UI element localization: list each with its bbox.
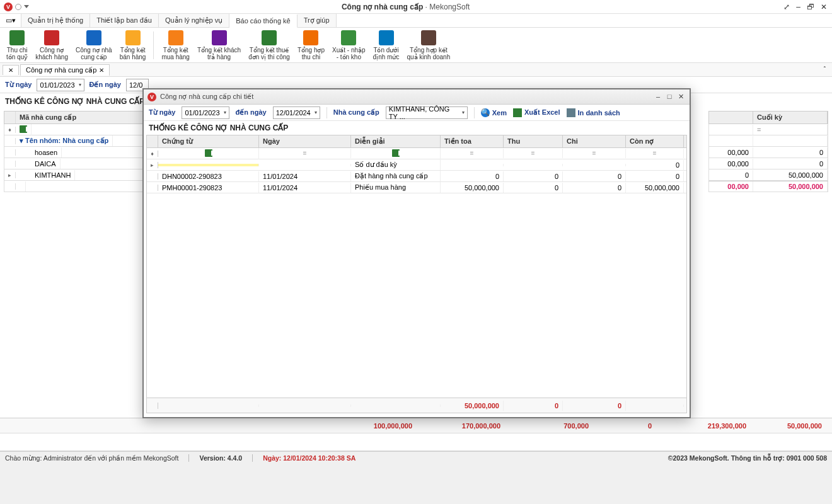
col-tientoa[interactable]: Tiền toa [441, 135, 504, 147]
table-row[interactable]: ▸ Số dư đầu kỳ 0 [147, 159, 686, 171]
app-icon: V [147, 93, 156, 101]
ribbon-icon [379, 30, 394, 45]
supplier-row[interactable]: hoasen [16, 147, 62, 158]
ribbon: Thu chitồn quỹCông nợkhách hàngCông nợ n… [0, 28, 832, 63]
menu-tab-1[interactable]: Thiết lập ban đầu [90, 14, 159, 27]
fullscreen-icon[interactable]: ⤢ [782, 3, 791, 11]
status-date: Ngày: 12/01/2024 10:20:38 SA [263, 454, 355, 462]
dialog-title-text: Công nợ nhà cung cấp chi tiết [160, 93, 253, 101]
ribbon-tổng-hợp[interactable]: Tổng hợpthu chi [295, 30, 327, 60]
dialog-grid: Chứng từ Ngày Diễn giải Tiền toa Thu Chi… [146, 135, 687, 413]
ribbon-tồn-dưới[interactable]: Tồn dướiđịnh mức [371, 30, 402, 60]
status-copyright: ©2023 MekongSoft. Thông tin hỗ trợ: 0901… [668, 454, 827, 462]
ribbon-icon [9, 30, 25, 45]
statusbar: Chào mừng: Administrator đến với phần mề… [0, 451, 832, 464]
ribbon-icon [44, 30, 59, 45]
collapse-icon[interactable]: ˆ [824, 66, 829, 73]
dialog-close-icon[interactable]: ✕ [676, 93, 686, 101]
dialog-subtitle: THỐNG KÊ CÔNG NỢ NHÀ CUNG CẤP [144, 121, 690, 135]
right-grid: Cuối kỳ = 00,0000 00,0000 050,000,000 00… [708, 111, 828, 192]
menu-tab-0[interactable]: Quản trị hệ thống [21, 14, 90, 27]
table-row[interactable]: PMH00001-290823 11/01/2024 Phiếu mua hàn… [147, 182, 686, 193]
status-version: Version: 4.4.0 [199, 454, 242, 462]
dlg-to-input[interactable]: 12/01/2024▾ [273, 106, 320, 119]
export-excel-button[interactable]: Xuất Excel [513, 108, 560, 117]
col-ngay[interactable]: Ngày [259, 135, 351, 147]
close-icon[interactable]: ✕ [819, 3, 828, 11]
col-thu[interactable]: Thu [504, 135, 563, 147]
dialog-maximize-icon[interactable]: □ [664, 93, 674, 101]
supplier-row[interactable]: KIMTHANH [16, 170, 75, 180]
ribbon-công-nợ[interactable]: Công nợkhách hàng [33, 30, 71, 60]
ribbon-thu-chi[interactable]: Thu chitồn quỹ [4, 30, 30, 60]
from-label: Từ ngày [5, 81, 32, 89]
ribbon-icon [168, 30, 183, 45]
excel-icon[interactable] [205, 149, 212, 157]
filter-row[interactable]: ♦ = ==== [147, 148, 686, 159]
print-button[interactable]: In danh sách [567, 108, 620, 117]
col-chi[interactable]: Chi [563, 135, 626, 147]
menu-tab-3[interactable]: Báo cáo thống kê [229, 14, 298, 28]
dialog-titlebar[interactable]: V Công nợ nhà cung cấp chi tiết – □ ✕ [144, 89, 690, 105]
close-tab-icon[interactable]: ✕ [99, 67, 104, 74]
bg-totals: 100,000,000 170,000,000 700,000 0 219,30… [0, 418, 832, 433]
excel-icon[interactable] [20, 125, 27, 133]
dlg-ncc-label: Nhà cung cấp [333, 108, 379, 117]
titlebar: V Công nợ nhà cung cấp · MekongSoft ⤢ – … [0, 0, 832, 14]
ribbon-tổng-kết[interactable]: Tổng kếtmua hàng [159, 30, 192, 60]
dialog-toolbar: Từ ngày 01/01/2023▾ đến ngày 12/01/2024▾… [144, 105, 690, 121]
menubar: ▭▾ Quản trị hệ thốngThiết lập ban đầuQuả… [0, 14, 832, 28]
ribbon-tổng-kết-thuế[interactable]: Tổng kết thuếđơn vị thi công [246, 30, 292, 60]
grid-header: Chứng từ Ngày Diễn giải Tiền toa Thu Chi… [147, 135, 686, 148]
ribbon-công-nợ-nhà[interactable]: Công nợ nhàcung cấp [73, 30, 115, 60]
table-row[interactable]: DHN00002-290823 11/01/2024 Đặt hàng nhà … [147, 171, 686, 182]
menu-tab-4[interactable]: Trợ giúp [298, 14, 337, 27]
view-toggle[interactable]: ▭▾ [0, 14, 21, 27]
dlg-from-label: Từ ngày [149, 108, 175, 117]
ribbon-xuất---nhập[interactable]: Xuất - nhập- tồn kho [330, 30, 368, 60]
group-label[interactable]: Tên nhóm: Nhà cung cấp [25, 137, 108, 144]
dlg-ncc-select[interactable]: KIMTHANH, CÔNG TY ...▾ [386, 106, 468, 119]
col-conno[interactable]: Còn nợ [626, 135, 684, 147]
restore-icon[interactable]: 🗗 [806, 3, 816, 11]
grid-footer: 50,000,000 0 0 [147, 398, 686, 413]
status-welcome: Chào mừng: Administrator đến với phần mề… [5, 454, 178, 462]
excel-icon[interactable] [392, 149, 400, 157]
doc-tab-label: Công nợ nhà cung cấp [26, 66, 96, 74]
ribbon-icon [341, 30, 356, 45]
window-title: Công nợ nhà cung cấp · MekongSoft [29, 3, 782, 11]
from-date-input[interactable]: 01/01/2023▾ [37, 79, 84, 91]
circle-icon[interactable] [15, 4, 21, 10]
close-all-tab[interactable]: ✕ [3, 65, 19, 75]
ribbon-icon [303, 30, 318, 45]
doc-tabs: ✕ Công nợ nhà cung cấp ✕ ˆ [0, 63, 832, 77]
minimize-icon[interactable]: – [795, 3, 802, 11]
ribbon-icon [125, 30, 141, 45]
ribbon-tổng-kết[interactable]: Tổng kếtbán hàng [117, 30, 149, 60]
ribbon-tổng-hợp-kết[interactable]: Tổng hợp kếtquả kinh doanh [404, 30, 453, 60]
menu-tab-2[interactable]: Quản lý nghiệp vụ [159, 14, 229, 27]
app-icon: V [4, 3, 13, 11]
dropdown-icon[interactable] [24, 5, 29, 8]
col-diengiai[interactable]: Diễn giải [351, 135, 441, 147]
doc-tab-congno[interactable]: Công nợ nhà cung cấp ✕ [20, 64, 110, 76]
dlg-from-input[interactable]: 01/01/2023▾ [182, 106, 229, 119]
dlg-to-label: đến ngày [236, 108, 267, 117]
col-cuoiky[interactable]: Cuối kỳ [753, 112, 828, 123]
ribbon-icon [421, 30, 436, 45]
ribbon-icon [86, 30, 101, 45]
supplier-row[interactable]: DAICA [16, 159, 61, 169]
col-chungtu[interactable]: Chứng từ [158, 135, 259, 147]
to-label: Đến ngày [90, 81, 121, 89]
detail-dialog: V Công nợ nhà cung cấp chi tiết – □ ✕ Từ… [142, 88, 691, 418]
view-button[interactable]: 🔍Xem [481, 108, 507, 117]
ribbon-icon [262, 30, 277, 45]
ribbon-icon [212, 30, 227, 45]
dialog-minimize-icon[interactable]: – [653, 93, 663, 101]
ribbon-tổng-kết-khách[interactable]: Tổng kết kháchtrả hàng [195, 30, 243, 60]
